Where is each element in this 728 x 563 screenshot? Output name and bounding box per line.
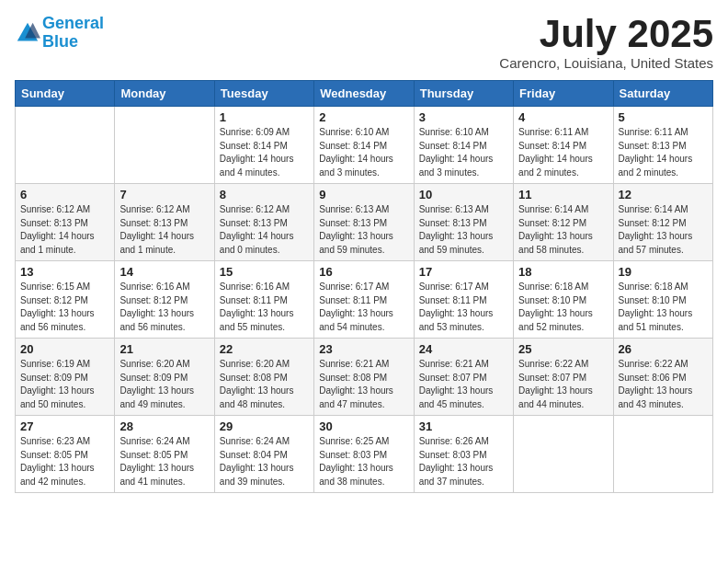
day-content: Sunrise: 6:15 AM Sunset: 8:12 PM Dayligh… [20,281,109,334]
day-content: Sunrise: 6:22 AM Sunset: 8:06 PM Dayligh… [619,358,708,411]
day-header-saturday: Saturday [613,81,712,107]
day-number: 24 [419,342,508,356]
week-row-4: 20Sunrise: 6:19 AM Sunset: 8:09 PM Dayli… [16,339,713,416]
calendar-cell: 17Sunrise: 6:17 AM Sunset: 8:11 PM Dayli… [414,261,513,339]
day-content: Sunrise: 6:24 AM Sunset: 8:05 PM Dayligh… [119,435,209,488]
day-number: 1 [220,110,309,124]
calendar-table: SundayMondayTuesdayWednesdayThursdayFrid… [15,80,713,493]
day-content: Sunrise: 6:19 AM Sunset: 8:09 PM Dayligh… [20,358,109,411]
day-header-wednesday: Wednesday [314,81,414,107]
day-number: 25 [518,342,608,356]
day-number: 4 [518,110,608,124]
week-row-3: 13Sunrise: 6:15 AM Sunset: 8:12 PM Dayli… [16,261,713,339]
day-number: 26 [619,342,708,356]
calendar-cell: 15Sunrise: 6:16 AM Sunset: 8:11 PM Dayli… [214,261,313,339]
day-content: Sunrise: 6:16 AM Sunset: 8:11 PM Dayligh… [220,281,309,334]
day-content: Sunrise: 6:09 AM Sunset: 8:14 PM Dayligh… [220,126,309,179]
calendar-cell: 9Sunrise: 6:13 AM Sunset: 8:13 PM Daylig… [314,184,414,261]
calendar-cell: 23Sunrise: 6:21 AM Sunset: 8:08 PM Dayli… [314,339,414,416]
day-header-tuesday: Tuesday [214,81,313,107]
calendar-cell: 5Sunrise: 6:11 AM Sunset: 8:13 PM Daylig… [613,107,712,184]
day-number: 8 [220,188,309,201]
calendar-cell [16,107,115,184]
day-number: 16 [319,265,408,279]
calendar-cell: 8Sunrise: 6:12 AM Sunset: 8:13 PM Daylig… [214,184,313,261]
day-number: 14 [119,265,209,279]
calendar-header-row: SundayMondayTuesdayWednesdayThursdayFrid… [16,81,713,107]
day-content: Sunrise: 6:17 AM Sunset: 8:11 PM Dayligh… [419,281,508,334]
day-header-sunday: Sunday [16,81,115,107]
logo-icon [15,20,40,46]
day-content: Sunrise: 6:17 AM Sunset: 8:11 PM Dayligh… [319,281,408,334]
logo-text: General Blue [42,15,104,52]
day-content: Sunrise: 6:20 AM Sunset: 8:09 PM Dayligh… [119,358,209,411]
day-header-thursday: Thursday [414,81,513,107]
title-block: July 2025 Carencro, Louisiana, United St… [499,15,713,71]
calendar-cell: 25Sunrise: 6:22 AM Sunset: 8:07 PM Dayli… [514,339,613,416]
day-number: 30 [319,419,408,433]
month-title: July 2025 [499,15,713,53]
day-content: Sunrise: 6:21 AM Sunset: 8:08 PM Dayligh… [319,358,408,411]
day-number: 10 [419,188,508,201]
calendar-cell: 1Sunrise: 6:09 AM Sunset: 8:14 PM Daylig… [214,107,313,184]
calendar-cell: 19Sunrise: 6:18 AM Sunset: 8:10 PM Dayli… [613,261,712,339]
day-number: 31 [419,419,508,433]
day-header-friday: Friday [514,81,613,107]
week-row-1: 1Sunrise: 6:09 AM Sunset: 8:14 PM Daylig… [16,107,713,184]
calendar-cell: 4Sunrise: 6:11 AM Sunset: 8:14 PM Daylig… [514,107,613,184]
calendar-cell: 27Sunrise: 6:23 AM Sunset: 8:05 PM Dayli… [16,416,115,493]
calendar-cell [514,416,613,493]
week-row-2: 6Sunrise: 6:12 AM Sunset: 8:13 PM Daylig… [16,184,713,261]
day-number: 6 [20,188,109,201]
day-content: Sunrise: 6:10 AM Sunset: 8:14 PM Dayligh… [419,126,508,179]
day-number: 28 [119,419,209,433]
day-content: Sunrise: 6:12 AM Sunset: 8:13 PM Dayligh… [220,203,309,257]
calendar-cell: 26Sunrise: 6:22 AM Sunset: 8:06 PM Dayli… [613,339,712,416]
day-content: Sunrise: 6:12 AM Sunset: 8:13 PM Dayligh… [119,203,209,257]
logo: General Blue [15,15,104,52]
day-number: 27 [20,419,109,433]
day-number: 18 [518,265,608,279]
calendar-cell [115,107,214,184]
day-content: Sunrise: 6:14 AM Sunset: 8:12 PM Dayligh… [619,203,708,257]
day-number: 22 [220,342,309,356]
day-content: Sunrise: 6:12 AM Sunset: 8:13 PM Dayligh… [20,203,109,257]
calendar-cell: 10Sunrise: 6:13 AM Sunset: 8:13 PM Dayli… [414,184,513,261]
location: Carencro, Louisiana, United States [499,55,713,71]
day-number: 23 [319,342,408,356]
calendar-cell: 12Sunrise: 6:14 AM Sunset: 8:12 PM Dayli… [613,184,712,261]
day-content: Sunrise: 6:11 AM Sunset: 8:14 PM Dayligh… [518,126,608,179]
day-number: 13 [20,265,109,279]
day-number: 9 [319,188,408,201]
day-content: Sunrise: 6:22 AM Sunset: 8:07 PM Dayligh… [518,358,608,411]
day-content: Sunrise: 6:23 AM Sunset: 8:05 PM Dayligh… [20,435,109,488]
day-header-monday: Monday [115,81,214,107]
calendar-cell: 7Sunrise: 6:12 AM Sunset: 8:13 PM Daylig… [115,184,214,261]
calendar-cell: 11Sunrise: 6:14 AM Sunset: 8:12 PM Dayli… [514,184,613,261]
day-content: Sunrise: 6:21 AM Sunset: 8:07 PM Dayligh… [419,358,508,411]
day-number: 17 [419,265,508,279]
calendar-cell: 20Sunrise: 6:19 AM Sunset: 8:09 PM Dayli… [16,339,115,416]
day-content: Sunrise: 6:20 AM Sunset: 8:08 PM Dayligh… [220,358,309,411]
day-number: 11 [518,188,608,201]
day-content: Sunrise: 6:16 AM Sunset: 8:12 PM Dayligh… [119,281,209,334]
page-header: General Blue July 2025 Carencro, Louisia… [15,15,713,71]
calendar-cell: 14Sunrise: 6:16 AM Sunset: 8:12 PM Dayli… [115,261,214,339]
calendar-cell: 3Sunrise: 6:10 AM Sunset: 8:14 PM Daylig… [414,107,513,184]
calendar-cell: 30Sunrise: 6:25 AM Sunset: 8:03 PM Dayli… [314,416,414,493]
day-content: Sunrise: 6:18 AM Sunset: 8:10 PM Dayligh… [518,281,608,334]
day-number: 15 [220,265,309,279]
logo-line2: Blue [42,32,78,51]
calendar-cell: 22Sunrise: 6:20 AM Sunset: 8:08 PM Dayli… [214,339,313,416]
calendar-cell: 6Sunrise: 6:12 AM Sunset: 8:13 PM Daylig… [16,184,115,261]
day-number: 19 [619,265,708,279]
day-number: 2 [319,110,408,124]
calendar-cell: 31Sunrise: 6:26 AM Sunset: 8:03 PM Dayli… [414,416,513,493]
calendar-cell: 29Sunrise: 6:24 AM Sunset: 8:04 PM Dayli… [214,416,313,493]
day-content: Sunrise: 6:13 AM Sunset: 8:13 PM Dayligh… [319,203,408,257]
day-number: 7 [119,188,209,201]
day-content: Sunrise: 6:25 AM Sunset: 8:03 PM Dayligh… [319,435,408,488]
calendar-cell: 13Sunrise: 6:15 AM Sunset: 8:12 PM Dayli… [16,261,115,339]
day-number: 21 [119,342,209,356]
calendar-cell: 16Sunrise: 6:17 AM Sunset: 8:11 PM Dayli… [314,261,414,339]
